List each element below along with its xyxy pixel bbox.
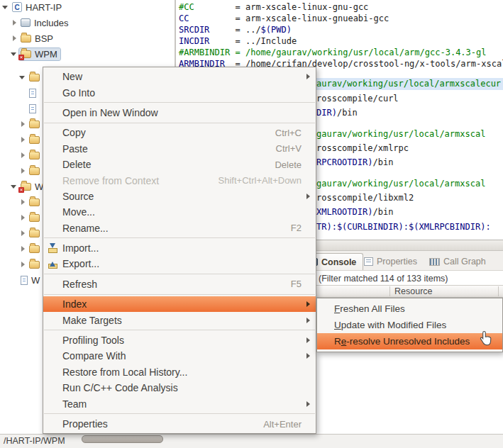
menu-item-team[interactable]: Team [43,396,316,411]
expander-down-icon[interactable] [11,50,18,57]
expander-down-icon[interactable] [19,74,26,81]
tree-item-item-6[interactable] [19,101,43,116]
code-segment: gaurav/working/usr/local/armxscal [316,129,485,139]
submenu-item-freshen-all-files[interactable]: Freshen All Files [317,301,502,317]
expander-right-icon[interactable] [19,230,26,237]
menu-item-label: Move... [62,206,95,218]
expander-right-icon[interactable] [19,121,26,128]
submenu-arrow-icon [306,318,310,323]
column-header-resource[interactable]: Resource [394,286,433,297]
code-segment: CC [179,13,189,23]
menu-item-label: New [62,71,82,82]
context-menu: NewGo IntoOpen in New WindowCopyCtrl+CPa… [43,67,316,434]
code-segment: RPCROOTDIR) [316,157,372,167]
horizontal-scrollbar-thumb[interactable] [82,435,163,443]
file-icon [29,104,36,113]
menu-item-move[interactable]: Move... [43,204,316,220]
tab-console-label: Console [321,257,356,267]
menu-item-new[interactable]: New [43,69,316,84]
menu-item-delete[interactable]: DeleteDelete [43,157,316,172]
submenu-arrow-icon [306,301,310,307]
menu-item-compare-with[interactable]: Compare With [43,348,316,364]
tree-item-wpm[interactable]: WPM [11,47,60,61]
column-divider[interactable] [389,286,390,296]
editor-fragments: aurav/working/usr/local/armxscalecurross… [316,0,503,240]
menu-item-shortcut: Ctrl+C [262,128,302,138]
submenu-item-label-rest: -resolve Unresolved Includes [346,336,470,347]
expander-down-icon[interactable] [2,4,9,11]
submenu-item-label-rest: pdate with Modified Files [341,320,447,330]
menu-item-restore-from-local-history[interactable]: Restore from Local History... [43,364,316,380]
submenu-item-label-mnemonic: U [334,320,341,330]
menu-item-import[interactable]: Import... [43,240,316,256]
menu-item-properties[interactable]: PropertiesAlt+Enter [43,416,316,432]
menu-item-shortcut: F5 [278,279,302,289]
expander-down-icon[interactable] [11,183,18,190]
menu-item-label: Compare With [62,350,126,362]
menu-item-rename[interactable]: Rename...F2 [43,220,316,236]
menu-item-label: Index [62,298,87,310]
folder-icon [21,35,31,43]
folder-icon [29,152,40,159]
menu-item-run-c-c-code-analysis[interactable]: Run C/C++ Code Analysis [43,380,316,396]
expander-right-icon[interactable] [19,214,26,221]
folder-icon [29,136,40,144]
tree-item-w[interactable]: W [11,273,43,287]
code-segment: rosscompile/xmlrpc [316,143,409,153]
menu-separator [44,102,315,103]
menu-item-copy[interactable]: CopyCtrl+C [43,125,316,140]
menu-item-refresh[interactable]: RefreshF5 [43,276,316,292]
submenu-arrow-icon [306,353,310,359]
menu-item-label: Copy [62,127,86,138]
eclipse-window: HART-IPIncludesBSPWPMCISTWSTW #CC = arm-… [0,0,503,448]
menu-item-source[interactable]: Source [43,189,316,204]
expander-right-icon[interactable] [19,136,26,143]
menu-item-paste[interactable]: PasteCtrl+V [43,141,316,157]
column-divider[interactable] [498,286,499,296]
expander-right-icon[interactable] [19,245,26,252]
expander-right-icon[interactable] [19,198,26,206]
expander-right-icon[interactable] [11,19,18,26]
expander-right-icon[interactable] [19,167,26,174]
menu-item-index[interactable]: Index [43,296,316,312]
code-segment: #CC [179,2,194,12]
menu-item-label: Paste [62,143,88,155]
submenu-item-label-pre: R [334,336,341,347]
menu-item-go-into[interactable]: Go Into [43,84,316,100]
status-path: /HART-IP/WPM [4,436,65,446]
call-graph-icon [429,258,440,266]
c-project-icon [12,2,22,12]
submenu-arrow-icon [306,74,310,79]
menu-separator [44,274,315,274]
tree-item-includes[interactable]: Includes [11,16,71,30]
menu-item-profiling-tools[interactable]: Profiling Tools [43,332,316,348]
menu-item-label: Open in New Window [62,107,158,118]
menu-item-label: Refresh [62,279,97,290]
tree-item-w[interactable]: W [11,179,46,194]
tree-item-bsp[interactable]: BSP [11,31,56,45]
menu-separator [44,294,315,295]
tab-call-graph[interactable]: Call Graph [423,253,492,270]
code-line: INCDIR = ../Include [179,35,297,47]
tab-properties[interactable]: Properties [358,253,424,270]
code-segment: = ../ [209,25,260,35]
menu-item-make-targets[interactable]: Make Targets [43,312,316,327]
submenu-item-re-resolve-unresolved-includes[interactable]: Re-resolve Unresolved Includes [317,333,502,349]
menu-item-export[interactable]: Export... [43,256,316,271]
code-segment: aurav/working/usr/local/armxscalecur [316,79,501,89]
tree-item-hart-ip[interactable]: HART-IP [2,0,65,14]
tab-properties-label: Properties [377,257,417,267]
code-line-fragment: aurav/working/usr/local/armxscalecur [316,78,503,90]
expander-right-icon[interactable] [19,152,26,159]
expander-right-icon[interactable] [19,261,26,268]
tree-item-box: W [19,274,43,286]
tree-item-item-5[interactable] [19,86,43,100]
menu-item-open-in-new-window[interactable]: Open in New Window [43,105,316,121]
submenu-arrow-icon [306,401,310,407]
menu-item-label: Go Into [62,87,95,99]
properties-icon [364,257,373,266]
code-segment: TR):$(CURLBINDIR):$(XMLRPCBINDIR): [316,222,491,232]
code-segment: DIR) [316,108,337,118]
expander-right-icon[interactable] [11,35,18,42]
submenu-item-update-with-modified-files[interactable]: Update with Modified Files [317,317,502,333]
